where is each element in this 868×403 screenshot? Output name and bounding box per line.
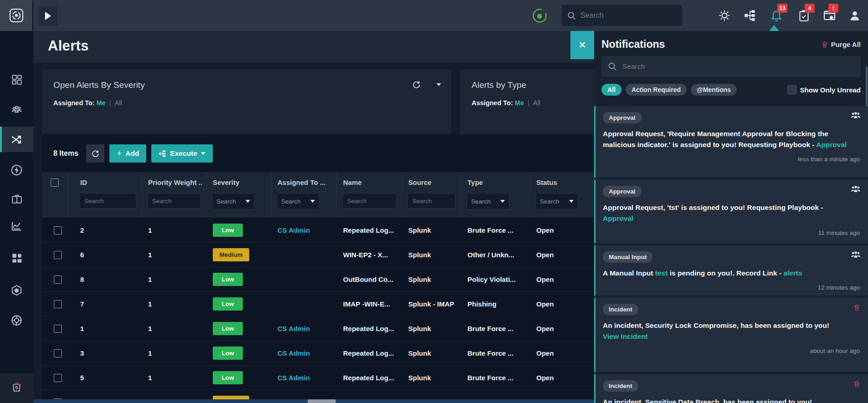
column-header-type[interactable]: Type: [461, 172, 530, 189]
table-row[interactable]: 71LowIMAP -WIN-E...Splunk - IMAPPhishing…: [42, 292, 610, 316]
notification-card[interactable]: ApprovalApproval Request, 'tst' is assig…: [594, 180, 868, 243]
id-search-input[interactable]: [79, 193, 136, 209]
show-only-unread-checkbox[interactable]: [787, 85, 796, 94]
source-search-input[interactable]: [407, 193, 456, 209]
app-logo[interactable]: [0, 0, 33, 31]
cell-assigned-to[interactable]: CS Admin: [271, 349, 337, 357]
sidebar-item-team[interactable]: [0, 97, 33, 122]
name-search-input[interactable]: [342, 193, 396, 209]
notification-card[interactable]: IncidentAn incident, Sensitive Data Brea…: [594, 374, 868, 403]
global-search-input[interactable]: [580, 11, 667, 20]
sidebar-item-workflow[interactable]: [0, 127, 33, 152]
refresh-icon[interactable]: [412, 80, 421, 89]
notification-card[interactable]: IncidentAn incident, Security Lock Compr…: [594, 298, 868, 372]
sidebar-item-reports[interactable]: [0, 213, 33, 239]
select-all-checkbox[interactable]: [51, 179, 59, 187]
cell-source: Splunk: [402, 226, 461, 234]
status-filter-dropdown[interactable]: Search: [535, 193, 578, 209]
settings-button[interactable]: [716, 7, 733, 24]
assigned-to-filter-dropdown[interactable]: Search: [277, 193, 319, 209]
horizontal-scrollbar-thumb[interactable]: [308, 399, 336, 403]
sidebar-item-quick-actions[interactable]: [0, 157, 33, 183]
add-button[interactable]: + Add: [109, 144, 146, 163]
playbooks-icon: [10, 284, 23, 296]
row-checkbox[interactable]: [54, 325, 62, 333]
assigned-all-link[interactable]: All: [115, 99, 122, 107]
notifications-search: [601, 56, 861, 77]
notification-link[interactable]: test: [655, 269, 668, 277]
notifications-search-input[interactable]: [622, 62, 832, 71]
notifications-button[interactable]: 13: [768, 7, 785, 24]
divider: |: [108, 99, 113, 107]
column-header-id[interactable]: ID: [67, 172, 142, 189]
table-row[interactable]: 61MediumWIN-EP2 - X...SplunkOther / Unkn…: [42, 243, 610, 267]
row-checkbox[interactable]: [54, 374, 62, 382]
cell-severity: Medium: [206, 248, 271, 261]
notification-card[interactable]: ApprovalApproval Request, 'Require Manag…: [594, 106, 868, 178]
row-checkbox[interactable]: [54, 251, 62, 259]
sidebar-item-case-management[interactable]: [0, 186, 33, 212]
open-alerts-by-severity-panel: Open Alerts By Severity Assigned To: Me …: [42, 69, 451, 134]
table-row[interactable]: 11LowCS AdminRepeated Log...SplunkBrute …: [42, 316, 610, 341]
table-row[interactable]: 81LowOutBound Co...SplunkPolicy Violati.…: [42, 267, 610, 292]
filter-pill--mentions[interactable]: @Mentions: [691, 84, 737, 96]
assigned-me-link[interactable]: Me: [97, 99, 106, 107]
filter-pill-action-required[interactable]: Action Required: [626, 84, 687, 96]
notification-link[interactable]: Approval: [816, 141, 847, 148]
table-body: 21LowCS AdminRepeated Log...SplunkBrute …: [42, 218, 610, 403]
execute-button[interactable]: Execute: [151, 144, 212, 163]
avatar-icon: [849, 10, 861, 21]
table-row[interactable]: 21LowCS AdminRepeated Log...SplunkBrute …: [42, 218, 610, 243]
close-icon: ✕: [578, 40, 586, 51]
filter-pill-all[interactable]: All: [601, 84, 621, 96]
sidebar-item-components[interactable]: [0, 245, 33, 271]
sidebar-item-recycle-bin[interactable]: [0, 374, 33, 399]
cell-severity: Low: [206, 347, 271, 360]
cell-type: Brute Force ...: [461, 349, 530, 357]
horizontal-scrollbar[interactable]: [33, 399, 594, 403]
cell-assigned-to[interactable]: CS Admin: [271, 226, 337, 234]
chevron-down-icon[interactable]: [437, 83, 441, 86]
divider: |: [526, 99, 531, 107]
app-manager-button[interactable]: !: [821, 7, 837, 24]
notification-action-link[interactable]: View Incident: [603, 331, 860, 342]
sidebar-item-integrations[interactable]: [0, 307, 33, 333]
row-checkbox[interactable]: [54, 226, 62, 235]
notification-link[interactable]: Approval: [603, 214, 633, 222]
type-filter-dropdown[interactable]: Search: [467, 193, 509, 209]
playbook-runs-button[interactable]: [742, 7, 758, 24]
table-row[interactable]: 31LowCS AdminRepeated Log...SplunkBrute …: [42, 341, 610, 366]
column-header-assigned-to[interactable]: Assigned To ...: [271, 172, 337, 189]
sidebar-item-playbooks[interactable]: [0, 277, 33, 303]
assigned-me-link[interactable]: Me: [515, 99, 524, 107]
trash-icon[interactable]: [853, 380, 861, 390]
table-row[interactable]: 51LowCS AdminRepeated Log...SplunkBrute …: [42, 366, 610, 390]
purge-all-button[interactable]: Purge All: [821, 41, 861, 48]
cell-assigned-to[interactable]: CS Admin: [271, 325, 337, 332]
column-header-severity[interactable]: Severity: [206, 172, 271, 189]
notification-link[interactable]: alerts: [783, 269, 802, 277]
row-checkbox[interactable]: [54, 349, 62, 357]
vertical-scrollbar-thumb[interactable]: [866, 66, 868, 107]
connector-status-icon[interactable]: [532, 8, 547, 23]
assigned-all-link[interactable]: All: [533, 99, 540, 107]
notification-text-segment: Approval Request, 'tst' is assigned to y…: [603, 204, 823, 211]
notifications-close-button[interactable]: ✕: [570, 31, 594, 59]
row-checkbox[interactable]: [54, 300, 62, 308]
trash-icon[interactable]: [853, 303, 861, 313]
notification-card[interactable]: Manual InputA Manual Input test is pendi…: [594, 245, 868, 296]
severity-filter-dropdown[interactable]: Search: [212, 193, 255, 209]
tasks-badge: 4: [805, 4, 815, 13]
column-header-priority-weight[interactable]: Priority Weight ..: [142, 172, 206, 189]
notification-text-segment: is pending on you!. Record Link -: [668, 269, 783, 277]
column-header-source[interactable]: Source: [402, 172, 461, 189]
sidebar-expand-button[interactable]: [38, 6, 57, 26]
table-refresh-button[interactable]: [86, 144, 104, 163]
cell-assigned-to[interactable]: CS Admin: [271, 374, 337, 382]
tasks-button[interactable]: 4: [796, 7, 812, 24]
priority-weight-search-input[interactable]: [147, 193, 201, 209]
column-header-name[interactable]: Name: [337, 172, 402, 189]
sidebar-item-dashboard[interactable]: [0, 67, 33, 92]
row-checkbox[interactable]: [54, 275, 62, 284]
user-menu-button[interactable]: [847, 7, 863, 24]
